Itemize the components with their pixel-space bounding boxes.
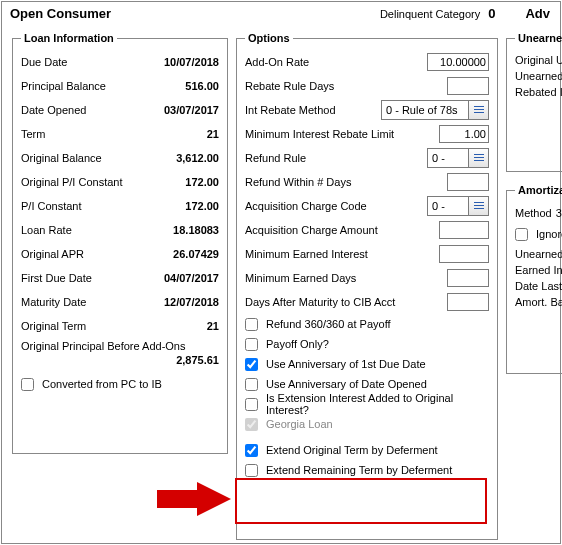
rebated-int-label: Rebated Inte — [515, 86, 562, 98]
refund-rule-combo[interactable]: 0 - — [427, 148, 489, 168]
loan-rate-label: Loan Rate — [21, 224, 149, 236]
orig-pi-constant-label: Original P/I Constant — [21, 176, 149, 188]
converted-label: Converted from PC to IB — [42, 378, 162, 390]
method-label: Method — [515, 207, 552, 219]
orig-unearned-label: Original Unea — [515, 54, 562, 66]
addon-rate-label: Add-On Rate — [245, 56, 427, 68]
use-anniv-opened-checkbox[interactable] — [245, 378, 258, 391]
due-date-value: 10/07/2018 — [149, 56, 219, 68]
adv-label: Adv — [525, 6, 550, 21]
acq-charge-amount-label: Acquisition Charge Amount — [245, 224, 439, 236]
min-int-rebate-limit-label: Minimum Interest Rebate Limit — [245, 128, 439, 140]
extend-rem-term-label: Extend Remaining Term by Deferment — [266, 464, 452, 476]
ext-int-added-label: Is Extension Interest Added to Original … — [266, 392, 489, 416]
svg-rect-8 — [474, 208, 484, 209]
payoff-only-checkbox[interactable] — [245, 338, 258, 351]
extend-orig-term-checkbox[interactable] — [245, 444, 258, 457]
loan-rate-value: 18.18083 — [149, 224, 219, 236]
amort-method-combo[interactable]: 3 - — [556, 207, 562, 219]
maturity-date-label: Maturity Date — [21, 296, 149, 308]
original-term-value: 21 — [149, 320, 219, 332]
ignore-ru-label: Ignore Ru — [536, 228, 562, 240]
rebate-rule-days-input[interactable] — [447, 77, 489, 95]
refund-360-checkbox[interactable] — [245, 318, 258, 331]
payoff-only-label: Payoff Only? — [266, 338, 329, 350]
svg-rect-2 — [474, 112, 484, 113]
svg-rect-6 — [474, 202, 484, 203]
due-date-label: Due Date — [21, 56, 149, 68]
georgia-loan-checkbox — [245, 418, 258, 431]
svg-rect-4 — [474, 157, 484, 158]
pi-constant-label: P/I Constant — [21, 200, 149, 212]
orig-principal-before-addons-value: 2,875.61 — [21, 354, 219, 366]
amort-unearned-int-label: Unearned Int — [515, 248, 562, 260]
pi-constant-value: 172.00 — [149, 200, 219, 212]
refund-within-days-input[interactable] — [447, 173, 489, 191]
georgia-loan-label: Georgia Loan — [266, 418, 333, 430]
acq-charge-amount-input[interactable] — [439, 221, 489, 239]
use-anniv-due-checkbox[interactable] — [245, 358, 258, 371]
unearned-legend: Unearned — [515, 32, 562, 44]
acq-charge-code-combo[interactable]: 0 - — [427, 196, 489, 216]
converted-checkbox[interactable] — [21, 378, 34, 391]
delcat-value: 0 — [488, 6, 495, 21]
min-earned-days-input[interactable] — [447, 269, 489, 287]
refund-within-days-label: Refund Within # Days — [245, 176, 447, 188]
unearned-int-label: Unearned Int — [515, 70, 562, 82]
principal-balance-value: 516.00 — [149, 80, 219, 92]
orig-principal-before-addons-label: Original Principal Before Add-Ons — [21, 340, 185, 352]
options-group: Options Add-On Rate Rebate Rule Days Int… — [236, 32, 498, 540]
min-int-rebate-limit-input[interactable] — [439, 125, 489, 143]
days-after-maturity-input[interactable] — [447, 293, 489, 311]
extend-orig-term-label: Extend Original Term by Deferment — [266, 444, 438, 456]
first-due-date-value: 04/07/2017 — [149, 272, 219, 284]
int-rebate-method-combo[interactable]: 0 - Rule of 78s — [381, 100, 489, 120]
amortization-group: Amortizatio Method 3 - Ignore Ru Unearne… — [506, 184, 562, 374]
ignore-ru-checkbox[interactable] — [515, 228, 528, 241]
svg-rect-7 — [474, 205, 484, 206]
refund-rule-label: Refund Rule — [245, 152, 427, 164]
first-due-date-label: First Due Date — [21, 272, 149, 284]
amort-balance-label: Amort. Balan — [515, 296, 562, 308]
earned-int-label: Earned Inter — [515, 264, 562, 276]
original-balance-label: Original Balance — [21, 152, 149, 164]
svg-rect-5 — [474, 160, 484, 161]
svg-rect-3 — [474, 154, 484, 155]
original-apr-label: Original APR — [21, 248, 149, 260]
refund-rule-value: 0 - — [428, 152, 468, 164]
acq-charge-code-label: Acquisition Charge Code — [245, 200, 427, 212]
delcat-label: Delinquent Category — [380, 8, 480, 20]
dropdown-list-icon[interactable] — [468, 197, 488, 215]
term-label: Term — [21, 128, 149, 140]
use-anniv-opened-label: Use Anniversary of Date Opened — [266, 378, 427, 390]
date-opened-label: Date Opened — [21, 104, 149, 116]
addon-rate-input[interactable] — [427, 53, 489, 71]
page-title: Open Consumer — [10, 6, 111, 21]
maturity-date-value: 12/07/2018 — [149, 296, 219, 308]
use-anniv-due-label: Use Anniversary of 1st Due Date — [266, 358, 426, 370]
loan-information-group: Loan Information Due Date10/07/2018 Prin… — [12, 32, 228, 454]
date-opened-value: 03/07/2017 — [149, 104, 219, 116]
term-value: 21 — [149, 128, 219, 140]
options-legend: Options — [245, 32, 293, 44]
extend-rem-term-checkbox[interactable] — [245, 464, 258, 477]
original-balance-value: 3,612.00 — [149, 152, 219, 164]
original-term-label: Original Term — [21, 320, 149, 332]
ext-int-added-checkbox[interactable] — [245, 398, 258, 411]
min-earned-interest-label: Minimum Earned Interest — [245, 248, 439, 260]
annotation-arrow-icon — [157, 482, 231, 516]
int-rebate-method-label: Int Rebate Method — [245, 104, 381, 116]
svg-rect-0 — [474, 106, 484, 107]
loan-legend: Loan Information — [21, 32, 117, 44]
days-after-maturity-label: Days After Maturity to CIB Acct — [245, 296, 447, 308]
acq-charge-code-value: 0 - — [428, 200, 468, 212]
min-earned-interest-input[interactable] — [439, 245, 489, 263]
min-earned-days-label: Minimum Earned Days — [245, 272, 447, 284]
dropdown-list-icon[interactable] — [468, 149, 488, 167]
amort-method-value: 3 - — [556, 207, 562, 219]
dropdown-list-icon[interactable] — [468, 101, 488, 119]
principal-balance-label: Principal Balance — [21, 80, 149, 92]
rebate-rule-days-label: Rebate Rule Days — [245, 80, 447, 92]
original-apr-value: 26.07429 — [149, 248, 219, 260]
svg-rect-1 — [474, 109, 484, 110]
